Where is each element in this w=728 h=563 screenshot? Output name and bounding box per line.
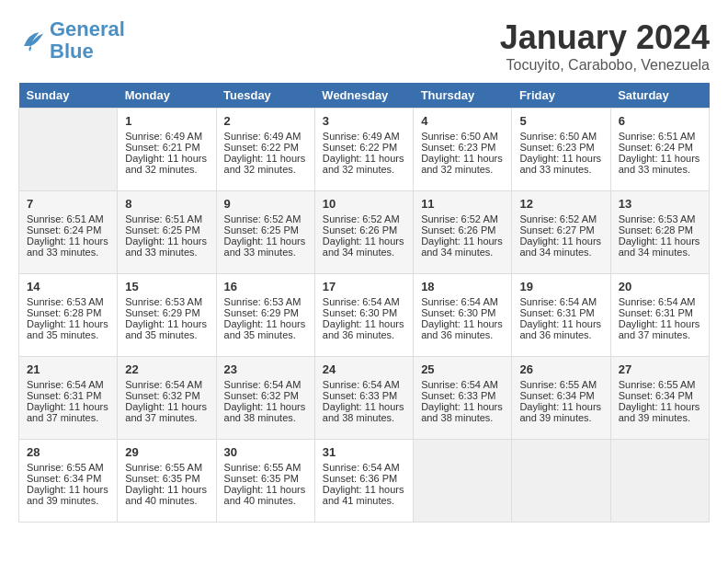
calendar-cell: 1Sunrise: 6:49 AMSunset: 6:21 PMDaylight…: [118, 109, 216, 191]
day-number: 24: [323, 362, 405, 376]
calendar-cell: 30Sunrise: 6:55 AMSunset: 6:35 PMDayligh…: [216, 440, 314, 523]
sunrise-text: Sunrise: 6:55 AM: [224, 462, 307, 473]
sunrise-text: Sunrise: 6:50 AM: [421, 131, 504, 142]
daylight-text: Daylight: 11 hours and 32 minutes.: [224, 153, 307, 175]
calendar-cell: 4Sunrise: 6:50 AMSunset: 6:23 PMDaylight…: [414, 109, 512, 191]
daylight-text: Daylight: 11 hours and 33 minutes.: [519, 153, 602, 175]
sunset-text: Sunset: 6:29 PM: [125, 307, 208, 318]
sunset-text: Sunset: 6:30 PM: [421, 307, 504, 318]
sunset-text: Sunset: 6:23 PM: [519, 142, 602, 153]
sunset-text: Sunset: 6:34 PM: [27, 473, 109, 484]
daylight-text: Daylight: 11 hours and 39 minutes.: [519, 401, 602, 423]
logo-icon: [18, 27, 46, 54]
calendar-cell: 16Sunrise: 6:53 AMSunset: 6:29 PMDayligh…: [216, 274, 314, 357]
daylight-text: Daylight: 11 hours and 34 minutes.: [421, 236, 504, 258]
daylight-text: Daylight: 11 hours and 36 minutes.: [323, 318, 405, 340]
sunrise-text: Sunrise: 6:51 AM: [619, 131, 701, 142]
calendar-cell: 23Sunrise: 6:54 AMSunset: 6:32 PMDayligh…: [216, 357, 314, 440]
sunrise-text: Sunrise: 6:53 AM: [125, 296, 208, 307]
calendar-cell: 27Sunrise: 6:55 AMSunset: 6:34 PMDayligh…: [610, 357, 709, 440]
sunset-text: Sunset: 6:31 PM: [27, 390, 109, 401]
daylight-text: Daylight: 11 hours and 33 minutes.: [619, 153, 701, 175]
col-header-thursday: Thursday: [414, 83, 512, 109]
sunrise-text: Sunrise: 6:53 AM: [619, 213, 701, 224]
col-header-tuesday: Tuesday: [216, 83, 314, 109]
day-number: 19: [519, 280, 602, 293]
day-number: 17: [323, 280, 405, 293]
sunrise-text: Sunrise: 6:54 AM: [224, 379, 307, 390]
calendar-cell: 22Sunrise: 6:54 AMSunset: 6:32 PMDayligh…: [118, 357, 216, 440]
calendar-cell: 17Sunrise: 6:54 AMSunset: 6:30 PMDayligh…: [314, 274, 413, 357]
calendar-cell: 2Sunrise: 6:49 AMSunset: 6:22 PMDaylight…: [216, 109, 314, 191]
daylight-text: Daylight: 11 hours and 34 minutes.: [323, 236, 405, 258]
daylight-text: Daylight: 11 hours and 38 minutes.: [421, 401, 504, 423]
col-header-sunday: Sunday: [19, 83, 118, 109]
day-number: 8: [125, 197, 208, 211]
calendar-row: 21Sunrise: 6:54 AMSunset: 6:31 PMDayligh…: [19, 357, 710, 440]
day-number: 20: [619, 280, 701, 293]
day-number: 30: [224, 445, 307, 459]
day-number: 27: [619, 362, 701, 376]
calendar-row: 7Sunrise: 6:51 AMSunset: 6:24 PMDaylight…: [19, 191, 710, 274]
calendar-cell: 21Sunrise: 6:54 AMSunset: 6:31 PMDayligh…: [19, 357, 118, 440]
sunrise-text: Sunrise: 6:54 AM: [323, 296, 405, 307]
sunset-text: Sunset: 6:36 PM: [323, 473, 405, 484]
day-number: 4: [421, 114, 504, 128]
daylight-text: Daylight: 11 hours and 40 minutes.: [125, 484, 208, 506]
day-number: 9: [224, 197, 307, 211]
sunset-text: Sunset: 6:23 PM: [421, 142, 504, 153]
sunset-text: Sunset: 6:31 PM: [519, 307, 602, 318]
sunset-text: Sunset: 6:31 PM: [619, 307, 701, 318]
day-number: 12: [519, 197, 602, 211]
calendar-row: 14Sunrise: 6:53 AMSunset: 6:28 PMDayligh…: [19, 274, 710, 357]
sunrise-text: Sunrise: 6:53 AM: [224, 296, 307, 307]
calendar-table: SundayMondayTuesdayWednesdayThursdayFrid…: [18, 83, 710, 523]
sunrise-text: Sunrise: 6:54 AM: [125, 379, 208, 390]
sunrise-text: Sunrise: 6:51 AM: [125, 213, 208, 224]
calendar-cell: 13Sunrise: 6:53 AMSunset: 6:28 PMDayligh…: [610, 191, 709, 274]
calendar-cell: [414, 440, 512, 523]
daylight-text: Daylight: 11 hours and 35 minutes.: [125, 318, 208, 340]
month-year-title: January 2024: [500, 18, 710, 57]
sunset-text: Sunset: 6:26 PM: [421, 224, 504, 236]
location-subtitle: Tocuyito, Carabobo, Venezuela: [500, 57, 710, 74]
sunrise-text: Sunrise: 6:52 AM: [421, 213, 504, 224]
calendar-cell: 25Sunrise: 6:54 AMSunset: 6:33 PMDayligh…: [414, 357, 512, 440]
sunrise-text: Sunrise: 6:52 AM: [323, 213, 405, 224]
sunset-text: Sunset: 6:28 PM: [619, 224, 701, 236]
sunset-text: Sunset: 6:24 PM: [619, 142, 701, 153]
day-number: 5: [519, 114, 602, 128]
day-number: 10: [323, 197, 405, 211]
calendar-cell: 18Sunrise: 6:54 AMSunset: 6:30 PMDayligh…: [414, 274, 512, 357]
day-number: 23: [224, 362, 307, 376]
calendar-cell: 10Sunrise: 6:52 AMSunset: 6:26 PMDayligh…: [314, 191, 413, 274]
col-header-saturday: Saturday: [610, 83, 709, 109]
sunset-text: Sunset: 6:34 PM: [519, 390, 602, 401]
sunrise-text: Sunrise: 6:54 AM: [323, 379, 405, 390]
calendar-cell: 3Sunrise: 6:49 AMSunset: 6:22 PMDaylight…: [314, 109, 413, 191]
daylight-text: Daylight: 11 hours and 35 minutes.: [27, 318, 109, 340]
calendar-cell: 26Sunrise: 6:55 AMSunset: 6:34 PMDayligh…: [512, 357, 610, 440]
daylight-text: Daylight: 11 hours and 37 minutes.: [125, 401, 208, 423]
sunset-text: Sunset: 6:35 PM: [224, 473, 307, 484]
sunset-text: Sunset: 6:34 PM: [619, 390, 701, 401]
calendar-cell: [610, 440, 709, 523]
sunrise-text: Sunrise: 6:54 AM: [519, 296, 602, 307]
title-block: January 2024 Tocuyito, Carabobo, Venezue…: [500, 18, 710, 74]
sunset-text: Sunset: 6:26 PM: [323, 224, 405, 236]
sunrise-text: Sunrise: 6:54 AM: [421, 296, 504, 307]
calendar-cell: 7Sunrise: 6:51 AMSunset: 6:24 PMDaylight…: [19, 191, 118, 274]
day-number: 22: [125, 362, 208, 376]
daylight-text: Daylight: 11 hours and 40 minutes.: [224, 484, 307, 506]
calendar-cell: 14Sunrise: 6:53 AMSunset: 6:28 PMDayligh…: [19, 274, 118, 357]
sunrise-text: Sunrise: 6:52 AM: [519, 213, 602, 224]
page-header: General Blue January 2024 Tocuyito, Cara…: [18, 18, 710, 74]
calendar-cell: 11Sunrise: 6:52 AMSunset: 6:26 PMDayligh…: [414, 191, 512, 274]
logo-blue: Blue: [50, 40, 94, 63]
day-number: 25: [421, 362, 504, 376]
sunset-text: Sunset: 6:28 PM: [27, 307, 109, 318]
daylight-text: Daylight: 11 hours and 32 minutes.: [323, 153, 405, 175]
daylight-text: Daylight: 11 hours and 39 minutes.: [619, 401, 701, 423]
sunset-text: Sunset: 6:30 PM: [323, 307, 405, 318]
sunrise-text: Sunrise: 6:54 AM: [323, 462, 405, 473]
